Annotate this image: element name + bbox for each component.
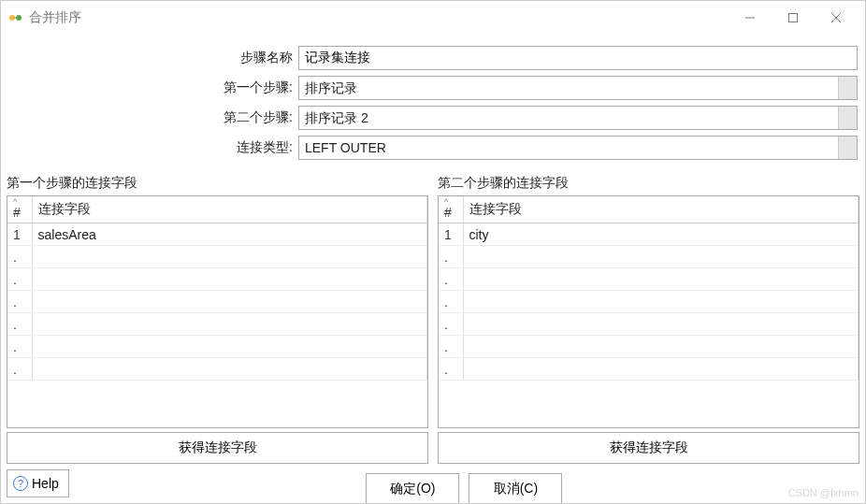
join-type-combo[interactable]: LEFT OUTER	[298, 136, 858, 160]
chevron-down-icon[interactable]	[838, 77, 857, 99]
close-button[interactable]	[815, 5, 858, 31]
help-icon: ?	[13, 476, 28, 491]
dialog-window: 合并排序 步骤名称 第一个步骤: 排序记录	[0, 0, 866, 504]
table-row[interactable]: ..	[7, 268, 427, 291]
window-title: 合并排序	[29, 9, 81, 26]
left-col-num-header[interactable]: ^ #	[7, 196, 32, 223]
table-row[interactable]: ..	[7, 246, 427, 268]
footer: ? Help 确定(O) 取消(C)	[1, 469, 865, 503]
right-table-panel: 第二个步骤的连接字段 ^ # 连接字段 1	[438, 173, 859, 428]
second-step-label: 第二个步骤:	[8, 109, 298, 126]
get-left-fields-button[interactable]: 获得连接字段	[7, 432, 428, 464]
right-col-field-header[interactable]: 连接字段	[463, 196, 859, 223]
help-button[interactable]: ? Help	[7, 469, 69, 497]
table-row[interactable]: ..	[7, 358, 427, 381]
svg-rect-3	[789, 14, 798, 22]
right-col-num-header[interactable]: ^ #	[439, 196, 463, 223]
left-panel-title: 第一个步骤的连接字段	[7, 173, 428, 195]
table-row[interactable]: ..	[7, 336, 427, 358]
step-name-input[interactable]	[298, 46, 858, 70]
table-row[interactable]: 1 city	[439, 223, 859, 246]
table-row[interactable]: ..	[439, 268, 859, 291]
table-row[interactable]: ..	[439, 246, 859, 268]
ok-button[interactable]: 确定(O)	[366, 473, 459, 503]
row-field[interactable]: city	[463, 223, 859, 246]
left-grid[interactable]: ^ # 连接字段 1 salesArea .. .. ..	[7, 195, 428, 428]
titlebar: 合并排序	[1, 1, 865, 35]
right-panel-title: 第二个步骤的连接字段	[438, 173, 859, 195]
app-icon	[8, 10, 23, 25]
join-type-label: 连接类型:	[8, 139, 298, 156]
second-step-value: 排序记录 2	[299, 107, 838, 129]
tables-area: 第一个步骤的连接字段 ^ # 连接字段 1	[1, 173, 865, 428]
second-step-combo[interactable]: 排序记录 2	[298, 106, 858, 130]
table-row[interactable]: ..	[439, 313, 859, 336]
minimize-button[interactable]	[729, 5, 772, 31]
table-row[interactable]: ..	[439, 291, 859, 313]
cancel-button[interactable]: 取消(C)	[469, 473, 562, 503]
first-step-value: 排序记录	[299, 77, 838, 99]
left-col-field-header[interactable]: 连接字段	[32, 196, 427, 223]
table-row[interactable]: ..	[7, 291, 427, 313]
row-number: 1	[7, 223, 32, 246]
step-name-label: 步骤名称	[8, 50, 298, 66]
table-row[interactable]: ..	[439, 358, 859, 381]
help-label: Help	[32, 476, 59, 491]
chevron-down-icon[interactable]	[838, 107, 857, 129]
join-type-value: LEFT OUTER	[299, 137, 838, 159]
table-row[interactable]: 1 salesArea	[7, 223, 427, 246]
first-step-combo[interactable]: 排序记录	[298, 76, 858, 100]
chevron-down-icon[interactable]	[838, 137, 857, 159]
form-area: 步骤名称 第一个步骤: 排序记录 第二个步骤: 排序记录 2	[1, 35, 865, 173]
first-step-label: 第一个步骤:	[8, 79, 298, 96]
row-number: 1	[439, 223, 463, 246]
table-row[interactable]: ..	[7, 313, 427, 336]
table-row[interactable]: ..	[439, 336, 859, 358]
right-grid[interactable]: ^ # 连接字段 1 city .. .. ..	[438, 195, 859, 428]
maximize-button[interactable]	[772, 5, 815, 31]
get-right-fields-button[interactable]: 获得连接字段	[438, 432, 859, 464]
get-buttons-row: 获得连接字段 获得连接字段	[1, 428, 865, 469]
row-field[interactable]: salesArea	[32, 223, 427, 246]
left-table-panel: 第一个步骤的连接字段 ^ # 连接字段 1	[7, 173, 428, 428]
